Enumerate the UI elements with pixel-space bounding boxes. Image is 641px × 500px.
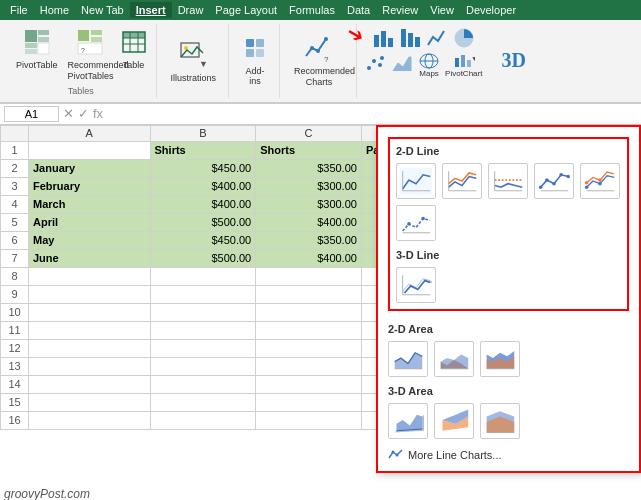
2d-line-icons <box>396 163 621 199</box>
col-header-a[interactable]: A <box>29 125 151 141</box>
cell-b6[interactable]: $450.00 <box>150 231 256 249</box>
menu-file[interactable]: File <box>4 2 34 18</box>
cell-a1[interactable] <box>29 141 151 159</box>
cell-b1[interactable]: Shirts <box>150 141 256 159</box>
svg-rect-1 <box>38 30 49 35</box>
svg-text:?: ? <box>324 55 329 64</box>
area-filled-icon[interactable] <box>480 341 520 377</box>
row-num-6: 6 <box>1 231 29 249</box>
cell-c5[interactable]: $400.00 <box>256 213 362 231</box>
menu-newtab[interactable]: New Tab <box>75 2 130 18</box>
cell-c1[interactable]: Shorts <box>256 141 362 159</box>
pivot-table-label: PivotTable <box>16 60 58 70</box>
col-header-b[interactable]: B <box>150 125 256 141</box>
addins-label: Add-ins <box>246 66 265 86</box>
area-3d-filled-icon[interactable] <box>480 403 520 439</box>
menu-data[interactable]: Data <box>341 2 376 18</box>
pivot-table-button[interactable]: PivotTable <box>12 26 62 72</box>
area-basic-icon[interactable] <box>388 341 428 377</box>
cell-b5[interactable]: $500.00 <box>150 213 256 231</box>
svg-point-54 <box>545 178 549 182</box>
ribbon-group-charts: ➔ ? Recommended Charts <box>282 24 357 98</box>
line-marker-icon[interactable] <box>534 163 574 199</box>
tables-group-label: Tables <box>68 86 94 96</box>
cell-c3[interactable]: $300.00 <box>256 177 362 195</box>
col-header-c[interactable]: C <box>256 125 362 141</box>
2d-line-icons-row2 <box>396 205 621 241</box>
cell-b7[interactable]: $500.00 <box>150 249 256 267</box>
area-3d-stacked-icon[interactable] <box>434 403 474 439</box>
addins-button[interactable]: Add-ins <box>239 26 271 96</box>
pivotchart-button[interactable]: ▼ PivotChart <box>444 52 483 79</box>
table-button[interactable]: Table <box>118 26 150 72</box>
illustrations-button[interactable]: ▼ Illustrations <box>167 26 221 96</box>
3d-button[interactable]: 3D <box>497 26 529 96</box>
pie-chart-button[interactable] <box>452 26 476 50</box>
menu-insert[interactable]: Insert <box>130 2 172 18</box>
menu-developer[interactable]: Developer <box>460 2 522 18</box>
svg-text:▼: ▼ <box>199 59 207 69</box>
svg-point-59 <box>585 185 589 189</box>
ribbon-group-addins: Add-ins <box>231 24 280 98</box>
row-num-1: 1 <box>1 141 29 159</box>
svg-rect-5 <box>38 43 49 54</box>
area-stacked-icon[interactable] <box>434 341 474 377</box>
area-3d-icon[interactable] <box>388 403 428 439</box>
svg-point-56 <box>559 173 563 177</box>
svg-marker-77 <box>396 414 422 430</box>
cell-reference-input[interactable] <box>4 106 59 122</box>
line-stacked-marker-icon[interactable] <box>580 163 620 199</box>
svg-rect-2 <box>38 37 49 42</box>
cell-a3[interactable]: February <box>29 177 151 195</box>
svg-rect-22 <box>246 49 254 57</box>
cell-c4[interactable]: $300.00 <box>256 195 362 213</box>
svg-point-35 <box>367 66 371 70</box>
2d-area-section: 2-D Area <box>388 319 629 381</box>
cell-a7[interactable]: June <box>29 249 151 267</box>
line-3d-icon[interactable] <box>396 267 436 303</box>
svg-rect-29 <box>381 31 386 47</box>
3d-line-icons <box>396 267 621 303</box>
cell-b3[interactable]: $400.00 <box>150 177 256 195</box>
menu-pagelayout[interactable]: Page Layout <box>209 2 283 18</box>
menu-review[interactable]: Review <box>376 2 424 18</box>
cell-a6[interactable]: May <box>29 231 151 249</box>
more-line-charts-link[interactable]: More Line Charts... <box>388 449 629 461</box>
cell-a2[interactable]: January <box>29 159 151 177</box>
svg-rect-46 <box>400 167 432 194</box>
cell-a4[interactable]: March <box>29 195 151 213</box>
area-chart-button[interactable] <box>390 52 414 79</box>
bar-chart-button[interactable] <box>371 26 395 50</box>
row-num-5: 5 <box>1 213 29 231</box>
line-special-icon[interactable] <box>396 205 436 241</box>
2d-area-icons <box>388 341 629 377</box>
cell-a5[interactable]: April <box>29 213 151 231</box>
recommended-pivottables-button[interactable]: ? Recommended PivotTables <box>66 26 114 84</box>
recommended-charts-button[interactable]: ? Recommended Charts <box>290 26 348 96</box>
cell-b2[interactable]: $450.00 <box>150 159 256 177</box>
line-stacked-icon[interactable] <box>442 163 482 199</box>
svg-rect-16 <box>123 32 145 38</box>
menu-view[interactable]: View <box>424 2 460 18</box>
formula-input[interactable] <box>111 107 637 121</box>
column-chart-button[interactable] <box>398 26 422 50</box>
cell-c7[interactable]: $400.00 <box>256 249 362 267</box>
menu-home[interactable]: Home <box>34 2 75 18</box>
line-basic-icon[interactable] <box>396 163 436 199</box>
line-100-icon[interactable] <box>488 163 528 199</box>
menu-formulas[interactable]: Formulas <box>283 2 341 18</box>
svg-rect-23 <box>256 49 264 57</box>
menu-draw[interactable]: Draw <box>172 2 210 18</box>
line-chart-small-button[interactable] <box>425 26 449 50</box>
formula-function: fx <box>93 106 103 121</box>
menu-bar: File Home New Tab Insert Draw Page Layou… <box>0 0 641 20</box>
maps-button[interactable]: Maps <box>417 52 441 79</box>
svg-rect-43 <box>461 55 465 67</box>
row-num-2: 2 <box>1 159 29 177</box>
scatter-chart-button[interactable] <box>363 52 387 79</box>
cell-b4[interactable]: $400.00 <box>150 195 256 213</box>
3d-line-title: 3-D Line <box>396 249 621 261</box>
cell-c6[interactable]: $350.00 <box>256 231 362 249</box>
svg-point-60 <box>598 181 602 185</box>
cell-c2[interactable]: $350.00 <box>256 159 362 177</box>
